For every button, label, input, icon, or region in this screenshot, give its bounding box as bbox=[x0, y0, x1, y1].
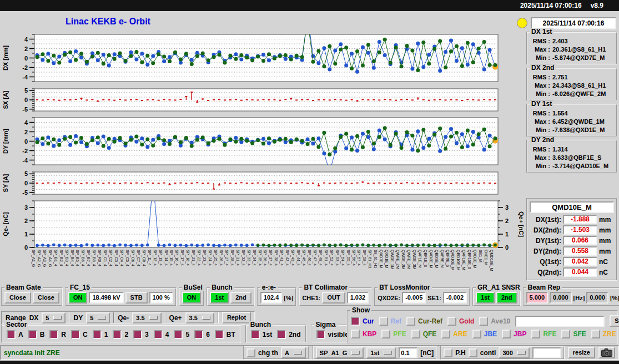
checkbox-indicator[interactable] bbox=[447, 317, 456, 326]
show-checkbox-qfe[interactable]: QFE bbox=[411, 330, 437, 338]
show-checkbox-ave10[interactable]: Ave10 bbox=[479, 317, 510, 326]
range-qem-dropdown[interactable]: 3.5 bbox=[132, 312, 161, 323]
checkbox-indicator[interactable] bbox=[133, 330, 142, 339]
show-checkbox-cur-ref[interactable]: Cur-Ref bbox=[406, 317, 442, 326]
chart-sx[interactable]: 50-5SX [A] bbox=[0, 89, 525, 111]
chg-th-dropdown[interactable]: A bbox=[281, 347, 306, 358]
show-checkbox-sfe[interactable]: SFE bbox=[561, 330, 586, 338]
beam-gate-close-1-button[interactable]: Close bbox=[4, 292, 31, 304]
checkbox-indicator[interactable] bbox=[174, 330, 183, 339]
threshold-input[interactable] bbox=[399, 347, 417, 358]
fc15-duty-value[interactable]: 100 % bbox=[149, 292, 173, 304]
fc15-on-button[interactable]: ON bbox=[68, 292, 88, 304]
range-qep-dropdown[interactable]: 3.5 bbox=[185, 312, 214, 323]
checkbox-indicator[interactable] bbox=[194, 330, 203, 339]
chart-dy[interactable]: 420-2-4DY [mm] bbox=[0, 118, 525, 165]
set-ref-button[interactable]: Set Ref bbox=[610, 315, 619, 327]
bunch-2nd-button[interactable]: 2nd bbox=[230, 292, 251, 304]
show-checkbox-cur[interactable]: Cur bbox=[351, 317, 374, 326]
checkbox-indicator[interactable] bbox=[351, 330, 360, 338]
range-dy-dropdown[interactable]: 5 bbox=[86, 312, 110, 323]
bunch-filter-checkbox-2nd[interactable]: 2nd bbox=[277, 330, 300, 339]
show-checkbox-jbe[interactable]: JBE bbox=[472, 330, 497, 338]
checkbox-indicator[interactable] bbox=[444, 348, 452, 357]
sector-checkbox-r[interactable]: R bbox=[49, 330, 66, 339]
show-checkbox-are[interactable]: ARE bbox=[441, 330, 467, 338]
sector-checkbox-4[interactable]: 4 bbox=[154, 330, 169, 339]
replot-button[interactable]: Replot bbox=[222, 312, 251, 323]
checkbox-indicator[interactable] bbox=[49, 330, 58, 339]
checkbox-indicator[interactable] bbox=[381, 330, 390, 338]
sector-checkbox-a[interactable]: A bbox=[7, 330, 23, 339]
gr-snsr-2nd-button[interactable]: 2nd bbox=[496, 292, 517, 304]
fc15-stb-button[interactable]: STB bbox=[125, 292, 148, 304]
sector-checkbox-1[interactable]: 1 bbox=[93, 330, 108, 339]
checkbox-indicator[interactable] bbox=[531, 330, 540, 338]
checkbox-indicator[interactable] bbox=[502, 330, 511, 338]
checkbox-indicator[interactable] bbox=[316, 330, 325, 339]
checkbox-indicator[interactable] bbox=[7, 330, 16, 339]
ref-file-input[interactable] bbox=[515, 316, 605, 327]
checkbox-indicator[interactable] bbox=[406, 317, 415, 326]
bunch-filter-checkbox-1st[interactable]: 1st bbox=[251, 330, 272, 339]
checkbox-indicator[interactable] bbox=[28, 330, 37, 339]
screenshot-button[interactable] bbox=[598, 347, 615, 358]
checkbox-indicator[interactable] bbox=[113, 330, 122, 339]
range-dx-dropdown[interactable]: 5 bbox=[42, 312, 66, 323]
checkbox-indicator[interactable] bbox=[215, 330, 224, 339]
se1-value[interactable]: -0.002 bbox=[443, 292, 467, 304]
svg-text:SX [A]: SX [A] bbox=[2, 90, 9, 109]
checkbox-indicator[interactable] bbox=[71, 330, 80, 339]
x-axis-label: QWFE_3M bbox=[407, 250, 411, 269]
chart-qe[interactable]: 00112233Qe- [nC]Qe+ [nC] bbox=[0, 201, 525, 247]
sigma-checkbox-visible[interactable]: visible bbox=[316, 330, 349, 339]
busel-on-button[interactable]: ON bbox=[182, 292, 202, 304]
qxd2e-value[interactable]: -0.005 bbox=[402, 292, 426, 304]
sector-checkbox-5[interactable]: 5 bbox=[174, 330, 189, 339]
gr-snsr-1st-button[interactable]: 1st bbox=[476, 292, 495, 304]
checkbox-indicator[interactable] bbox=[277, 330, 286, 339]
checkbox-indicator[interactable] bbox=[472, 330, 481, 338]
ee-ratio-value[interactable]: 102.4 bbox=[260, 292, 283, 304]
sp-monitor-dropdown[interactable]: SP_A1_G bbox=[316, 347, 364, 358]
bunch-1st-button[interactable]: 1st bbox=[210, 292, 229, 304]
show-checkbox-pfe[interactable]: PFE bbox=[381, 330, 406, 338]
sector-checkbox-bt[interactable]: BT bbox=[215, 330, 235, 339]
show-checkbox-ref[interactable]: Ref bbox=[379, 317, 401, 326]
che1-out-button[interactable]: OUT bbox=[322, 292, 345, 304]
sector-checkbox-b[interactable]: B bbox=[28, 330, 45, 339]
checkbox-indicator[interactable] bbox=[154, 330, 163, 339]
show-checkbox-kbp[interactable]: KBP bbox=[351, 330, 376, 338]
checkbox-indicator[interactable] bbox=[591, 330, 600, 338]
sector-checkbox-6[interactable]: 6 bbox=[194, 330, 210, 339]
free-input[interactable] bbox=[532, 347, 561, 358]
show-checkbox-zre[interactable]: ZRE bbox=[591, 330, 616, 338]
checkbox-indicator[interactable] bbox=[441, 330, 450, 338]
checkbox-indicator[interactable] bbox=[246, 348, 255, 357]
interval-dropdown[interactable]: 300 bbox=[499, 347, 529, 358]
sector-checkbox-c[interactable]: C bbox=[71, 330, 88, 339]
sector-checkbox-3[interactable]: 3 bbox=[133, 330, 149, 339]
show-checkbox-gold[interactable]: Gold bbox=[447, 317, 474, 326]
checkbox-indicator[interactable] bbox=[93, 330, 102, 339]
sector-checkbox-2[interactable]: 2 bbox=[113, 330, 128, 339]
conti-checkbox[interactable]: conti bbox=[469, 348, 496, 357]
chg-th-checkbox[interactable]: chg th bbox=[246, 348, 278, 357]
beam-gate-close-2-button[interactable]: Close bbox=[33, 292, 59, 304]
chart-dx[interactable]: 420-2-4DX [mm] bbox=[0, 34, 525, 82]
resize-button[interactable]: resize bbox=[568, 347, 595, 358]
checkbox-indicator[interactable] bbox=[411, 330, 420, 338]
show-checkbox-jbp[interactable]: JBP bbox=[502, 330, 526, 338]
checkbox-indicator[interactable] bbox=[479, 317, 488, 326]
fc15-voltage-value[interactable]: 18.498 kV bbox=[89, 292, 123, 304]
checkbox-indicator[interactable] bbox=[351, 317, 360, 326]
checkbox-indicator[interactable] bbox=[379, 317, 388, 326]
ph-checkbox[interactable]: P.H bbox=[444, 348, 465, 357]
checkbox-indicator[interactable] bbox=[561, 330, 570, 338]
checkbox-indicator[interactable] bbox=[251, 330, 260, 339]
show-checkbox-rfe[interactable]: RFE bbox=[531, 330, 556, 338]
bunch-order-dropdown[interactable]: 1st bbox=[366, 347, 396, 358]
chart-sy[interactable]: 50-5SY [A] bbox=[0, 172, 525, 194]
che1-value[interactable]: 1.032 bbox=[347, 292, 369, 304]
checkbox-indicator[interactable] bbox=[469, 348, 477, 357]
